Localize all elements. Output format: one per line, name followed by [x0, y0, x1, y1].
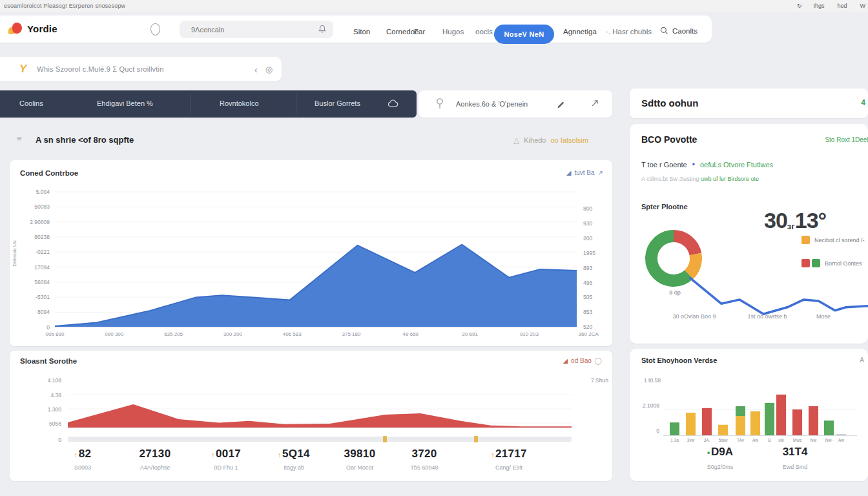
list-icon: ≡ [17, 134, 28, 145]
browser-menu-item[interactable]: hed [837, 3, 847, 9]
visits-area-chart[interactable] [55, 191, 577, 327]
header-nav-item[interactable]: oocls [475, 28, 493, 36]
up-arrow-icon: ↑ [491, 451, 495, 459]
cloud-icon[interactable] [386, 98, 399, 108]
visits-chart-title: Coned Contrboe [20, 169, 78, 177]
alert-prefix: Kihedo [524, 136, 546, 144]
summary-stat[interactable]: 31T4Ewd Smd [756, 446, 834, 470]
bar-x-label: 3vw [683, 438, 699, 442]
eco-row-value[interactable]: oefuLs Otvore Ftutlwes [700, 161, 773, 169]
y-tick-label: 4.38 [21, 392, 61, 398]
y-tick-label: 5058 [21, 420, 61, 427]
selector-tick[interactable] [474, 436, 478, 442]
edit-pencil-icon[interactable] [556, 99, 566, 108]
right-panel-title: Sdtto oohun [641, 98, 698, 108]
series-label: 7 Shun [591, 377, 608, 384]
y-tick-label: 930 [583, 220, 609, 227]
report-tab[interactable]: Buslor Gorrets [315, 99, 360, 107]
browser-menu-items: IhgshedW [813, 3, 865, 9]
daily-bar-chart[interactable] [663, 389, 857, 436]
legend-item-1: Necibot cl sorend /- [801, 236, 865, 244]
bar-x-label: Nw [805, 438, 822, 442]
kpi-item[interactable]: ↑21717Cang/ E9it [470, 448, 548, 471]
summary-stat[interactable]: •D9AS0g2/0ms [681, 446, 759, 470]
header-nav-item[interactable]: Siton [353, 28, 370, 36]
kpi-value: ↑82 [44, 448, 121, 460]
big-metric-rest: 13° [795, 208, 826, 232]
bar-x-label: ulk [773, 438, 790, 442]
stat-caption: S0g2/0ms [681, 464, 759, 470]
active-tab[interactable]: Aonkes.6o & 'O'penein [418, 90, 612, 118]
eco-title: BCO Povotte [641, 134, 697, 145]
legend-orange-swatch [801, 236, 810, 244]
visits-chart-link-label: tuvt Ba [574, 169, 594, 176]
pin-icon [435, 98, 444, 110]
header-nav-item[interactable]: Agnnetiga [563, 28, 597, 36]
chevron-left-icon[interactable]: ‹ [254, 64, 258, 75]
kpi-item[interactable]: ↑82S0003 [44, 448, 121, 471]
selector-tick[interactable] [383, 436, 387, 442]
browser-menu-item[interactable]: W [860, 3, 866, 9]
header-search-link[interactable]: Caonlts [660, 26, 698, 35]
y-tick-label: 5.004 [12, 189, 50, 195]
tab-divider [296, 94, 296, 114]
browser-bar: esoamloroicot Pleasog! Esrperen snosesop… [0, 0, 868, 12]
eco-note-green: uwb uf ler Birdsore ote [701, 176, 759, 182]
visits-chart-link[interactable]: ◢ tuvt Ba ↗ [566, 169, 603, 176]
y-tick-label: 4.108 [21, 377, 61, 384]
location-pin-icon[interactable] [150, 23, 160, 36]
header-nav-item[interactable]: ·. Hasr chubls [606, 28, 652, 36]
browser-menu-item[interactable]: Ihgs [813, 3, 824, 9]
search-link-label: Caonlts [672, 27, 698, 35]
kpi-caption: S0003 [44, 464, 121, 471]
kpi-caption: Tb5 60948 [386, 464, 463, 471]
header-nav-item[interactable]: Far [414, 28, 425, 36]
stat-value: 31T4 [756, 446, 834, 459]
header-nav-item[interactable]: Hugos [442, 28, 464, 36]
expand-arrow-icon[interactable] [590, 99, 599, 108]
y-tick-label: 17094 [12, 264, 50, 271]
bell-icon[interactable] [318, 25, 327, 34]
refresh-icon[interactable]: ↻ [797, 3, 802, 9]
counter-logo-icon: Y [19, 63, 26, 76]
daily-bars-title: Stot Ehoyhoon Verdse [641, 356, 717, 364]
report-tab[interactable]: Rovntokolco [220, 99, 259, 107]
arrow-up-right-icon: ↗ [598, 169, 603, 176]
sessions-chart-link[interactable]: ◢ od Bao ◯ [563, 357, 602, 364]
legend-1-label: Necibot cl sorend /- [814, 237, 865, 243]
legend-red-swatch [801, 259, 810, 267]
kpi-item[interactable]: 3720Tb5 60948 [386, 448, 463, 471]
x-tick-label: 635 205 [151, 331, 196, 337]
report-tab[interactable]: Ehdigavi Beten % [97, 99, 153, 107]
eco-link[interactable]: Sto Roxt 1Deeb [825, 136, 868, 143]
big-metric-sub: зг [787, 222, 795, 231]
sessions-area-chart[interactable] [68, 383, 572, 428]
brand-logo-icon[interactable] [8, 23, 23, 36]
counter-bar[interactable]: Y Whis Szoorol c.Mulé.9 Σ Quct sroillvti… [0, 57, 282, 81]
target-icon[interactable]: ◎ [265, 65, 273, 74]
page-title: A sn shrie <of 8ro sqpfte [36, 135, 134, 145]
y-tick-label: 853 [583, 309, 609, 315]
chart-glyph-icon: ◢ [563, 357, 568, 364]
page-alert[interactable]: △ Kihedo oo Iatsolsim [513, 136, 588, 145]
primary-action-button[interactable]: NoseV NeN [494, 25, 554, 44]
kpi-item[interactable]: ↑00170D Fhu 1 [187, 448, 265, 471]
trend-x-label: 30 oOvlan Boo 9 [662, 313, 727, 320]
right-panel-action[interactable]: 4 [861, 98, 865, 107]
bar-x-label: Aw [833, 438, 850, 442]
y-tick-label: 520 [583, 324, 609, 330]
kpi-caption: 0D Fhu 1 [187, 464, 265, 471]
report-tab[interactable]: Coolins [19, 99, 43, 107]
eco-row-label: T toe r Goente [641, 161, 687, 169]
kpi-item[interactable]: 27130A4A/Iophse [116, 448, 194, 471]
daily-bars-action[interactable]: A [860, 356, 864, 364]
trend-x-label: Mose [791, 313, 856, 320]
search-input[interactable] [190, 25, 296, 34]
chart-glyph-icon: ◢ [566, 169, 572, 176]
y-tick-label: 50083 [12, 203, 50, 210]
eco-section-title: Spter Plootne [641, 203, 688, 211]
y-tick-label: 1.300 [21, 406, 61, 413]
bar-x-label: 5taw [715, 438, 732, 442]
brand-name[interactable]: Yordie [27, 23, 57, 34]
range-selector[interactable] [68, 437, 572, 442]
